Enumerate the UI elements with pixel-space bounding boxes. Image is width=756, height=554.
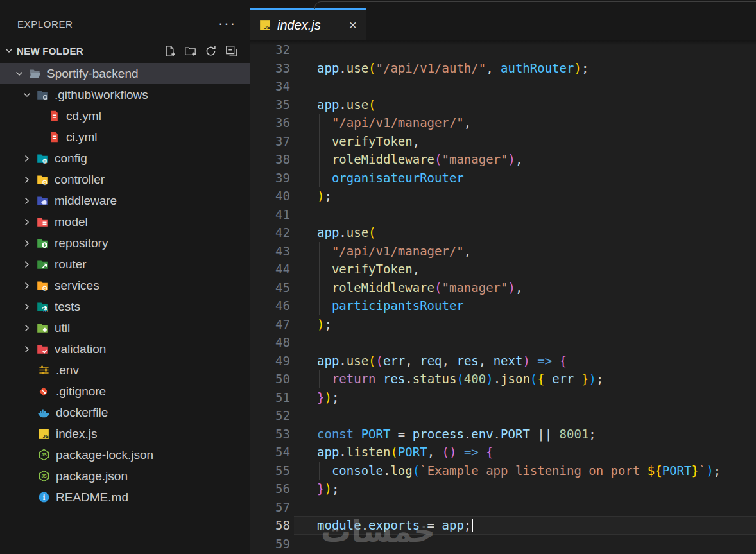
code-line-54[interactable]: 54app.listen(PORT, () => { [250,443,756,462]
code-line-35[interactable]: 35app.use( [250,96,756,114]
chevron-right-icon[interactable] [22,238,32,248]
code-line-33[interactable]: 33app.use("/api/v1/auth/", authRouter); [250,59,756,78]
tree-item-package-lock-json[interactable]: JSpackage-lock.json [0,444,250,465]
refresh-icon[interactable] [205,45,217,57]
tree-item--gitignore[interactable]: .gitignore [0,381,250,402]
tree-item-middleware[interactable]: middleware [0,190,250,211]
line-number[interactable]: 43 [250,244,302,258]
tree-item-cd-yml[interactable]: cd.yml [0,105,250,126]
chevron-down-icon[interactable] [22,90,32,100]
chevron-right-icon[interactable] [22,153,32,164]
tree-item-dockerfile[interactable]: dockerfile [0,402,250,423]
code-line-59[interactable]: 59 [250,535,756,553]
code-line-32[interactable]: 32 [250,40,756,59]
code-line-49[interactable]: 49app.use((err, req, res, next) => { [250,352,756,370]
code-line-47[interactable]: 47); [250,315,756,334]
code-line-48[interactable]: 48 [250,333,756,352]
line-number[interactable]: 39 [250,171,302,185]
tree-item-router[interactable]: router [0,254,250,275]
line-number[interactable]: 50 [250,372,302,386]
tree-item--github-workflows[interactable]: .github\workflows [0,84,250,105]
chevron-right-icon[interactable] [22,196,32,206]
code-line-41[interactable]: 41 [250,205,756,224]
tree-item-model[interactable]: model [0,211,250,232]
chevron-right-icon[interactable] [22,323,32,333]
tree-item-tests[interactable]: ⚗tests [0,296,250,317]
code-line-44[interactable]: 44verifyToken, [250,260,756,279]
code-line-37[interactable]: 37verifyToken, [250,132,756,151]
chevron-down-icon[interactable] [14,69,24,79]
code-line-39[interactable]: 39organisateurRouter [250,169,756,187]
new-file-icon[interactable] [164,45,176,57]
code-line-51[interactable]: 51}); [250,388,756,407]
line-number[interactable]: 35 [250,98,302,112]
line-number[interactable]: 57 [250,500,302,514]
code-line-53[interactable]: 53const PORT = process.env.PORT || 8001; [250,425,756,444]
line-number[interactable]: 55 [250,463,302,478]
line-number[interactable]: 45 [250,281,302,295]
line-number[interactable]: 49 [250,354,302,368]
code-line-50[interactable]: 50return res.status(400).json({ err }); [250,370,756,388]
code-line-45[interactable]: 45roleMiddleware("manager"), [250,279,756,297]
line-number[interactable]: 48 [250,335,302,349]
code-line-52[interactable]: 52 [250,406,756,425]
tree-item-validation[interactable]: validation [0,338,250,359]
line-number[interactable]: 42 [250,225,302,239]
close-icon[interactable]: × [349,17,357,33]
line-number[interactable]: 33 [250,61,302,75]
code-line-55[interactable]: 55console.log(`Example app listening on … [250,462,756,480]
code-line-46[interactable]: 46participantsRouter [250,297,756,315]
line-number[interactable]: 47 [250,317,302,331]
line-number[interactable]: 46 [250,299,302,313]
line-number[interactable]: 52 [250,408,302,422]
code-line-36[interactable]: 36"/api/v1/manager/", [250,114,756,132]
tree-item--env[interactable]: .env [0,359,250,381]
line-number[interactable]: 36 [250,116,302,130]
line-number[interactable]: 40 [250,189,302,203]
line-number[interactable]: 41 [250,207,302,221]
workspace-section-header[interactable]: NEW FOLDER [0,40,250,62]
line-number[interactable]: 56 [250,481,302,496]
code-line-43[interactable]: 43"/api/v1/manager/", [250,242,756,261]
chevron-right-icon[interactable] [22,302,32,312]
tree-item-controller[interactable]: ⚙controller [0,169,250,190]
line-number[interactable]: 53 [250,427,302,441]
tree-item-sportify-backend[interactable]: Sportify-backend [0,63,250,84]
tree-item-package-json[interactable]: JSpackage.json [0,465,250,487]
code-line-40[interactable]: 40); [250,187,756,205]
yaml-icon [47,131,60,144]
line-number[interactable]: 59 [250,537,302,551]
tree-item-util[interactable]: util [0,317,250,338]
tree-item-readme-md[interactable]: iREADME.md [0,487,250,508]
tree-item-index-js[interactable]: JSindex.js [0,423,250,444]
tree-item-config[interactable]: ⚙config [0,148,250,169]
tab-index-js[interactable]: JS index.js × [250,8,366,40]
line-number[interactable]: 38 [250,152,302,166]
line-number[interactable]: 37 [250,134,302,148]
line-number[interactable]: 54 [250,445,302,459]
chevron-right-icon[interactable] [22,217,32,227]
tree-item-repository[interactable]: repository [0,232,250,254]
new-folder-icon[interactable] [184,45,196,57]
line-number[interactable]: 58 [250,518,302,532]
code-editor[interactable]: 3233app.use("/api/v1/auth/", authRouter)… [250,40,756,554]
chevron-right-icon[interactable] [22,175,32,185]
line-number[interactable]: 32 [250,42,302,56]
code-line-34[interactable]: 34 [250,77,756,96]
chevron-right-icon[interactable] [22,259,32,270]
more-actions-icon[interactable]: ··· [218,21,236,27]
code-line-38[interactable]: 38roleMiddleware("manager"), [250,150,756,169]
tree-item-services[interactable]: ⚙services [0,275,250,296]
code-line-56[interactable]: 56}); [250,480,756,498]
code-line-42[interactable]: 42app.use( [250,223,756,242]
line-number[interactable]: 44 [250,262,302,276]
chevron-right-icon[interactable] [22,281,32,291]
line-number[interactable]: 34 [250,79,302,93]
tree-item-ci-yml[interactable]: ci.yml [0,126,250,148]
chevron-down-icon[interactable] [4,46,14,56]
chevron-right-icon[interactable] [22,344,32,354]
code-line-58[interactable]: 58module.exports = app; [250,516,756,535]
collapse-all-icon[interactable] [225,45,237,57]
line-number[interactable]: 51 [250,390,302,404]
code-line-57[interactable]: 57 [250,498,756,517]
